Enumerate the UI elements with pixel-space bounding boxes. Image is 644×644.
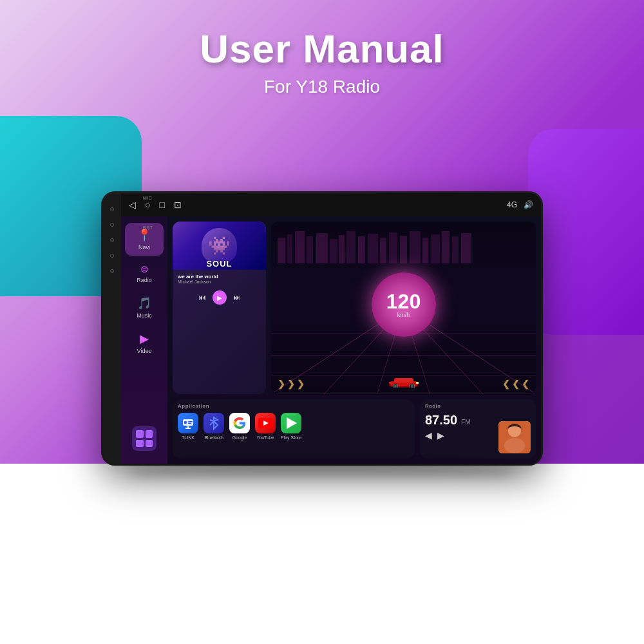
svg-rect-19	[368, 234, 378, 263]
tlink-label: TLINK	[182, 435, 194, 440]
music-artist-name: Michael Jackson	[178, 279, 261, 284]
youtube-label: YouTube	[256, 435, 274, 440]
bezel-dot-5	[110, 269, 114, 273]
chevron-right-3: ❮	[522, 379, 529, 389]
navi-icon: 📍	[137, 228, 151, 242]
screenshot-nav-icon[interactable]: ⊡	[174, 200, 182, 210]
bg-shape-purple-right	[528, 129, 644, 335]
svg-rect-12	[295, 231, 305, 263]
app-playstore[interactable]: Play Store	[281, 413, 301, 440]
svg-rect-25	[431, 234, 440, 263]
sidebar-item-video[interactable]: ▶ Video	[125, 327, 164, 359]
svg-rect-21	[389, 232, 397, 263]
radio-next-button[interactable]: ▶	[437, 430, 444, 440]
playstore-icon	[281, 413, 301, 433]
chevrons-left: ❯ ❯ ❯	[278, 379, 305, 389]
svg-point-34	[394, 385, 397, 388]
apps-widget: Application	[173, 399, 415, 459]
svg-rect-16	[339, 235, 345, 263]
chevron-right-1: ❮	[502, 379, 510, 389]
video-label: Video	[137, 348, 152, 354]
app-bluetooth[interactable]: Bluetooth	[204, 413, 224, 440]
apps-row: TLINK	[178, 413, 410, 440]
music-icon: 🎵	[137, 296, 151, 310]
sub-title: For Y18 Radio	[0, 77, 644, 97]
bezel-dot-2	[110, 223, 114, 227]
bluetooth-label: Bluetooth	[204, 435, 223, 440]
recent-nav-icon[interactable]: □	[159, 200, 164, 210]
home-nav-icon[interactable]: ○	[145, 200, 150, 210]
device-reflection	[129, 464, 515, 483]
google-icon	[229, 413, 250, 433]
google-label: Google	[232, 435, 247, 440]
city-buildings	[274, 231, 533, 263]
radio-widget: Radio 87.50 FM ◀ ▶	[420, 399, 536, 459]
app-tlink[interactable]: TLINK	[178, 413, 198, 440]
volume-icon: 🔊	[524, 200, 533, 209]
bezel-dot-1	[110, 207, 114, 211]
device-screen: ◁ ○ □ ⊡ 4G 🔊 MIC RST 📍	[121, 193, 541, 464]
radio-album-face	[498, 421, 531, 453]
youtube-icon	[255, 413, 276, 433]
svg-rect-14	[316, 233, 328, 263]
prev-button[interactable]: ⏮	[198, 293, 206, 302]
grid-dot-3	[136, 440, 144, 448]
radio-prev-button[interactable]: ◀	[425, 430, 432, 440]
sidebar-item-music[interactable]: 🎵 Music	[125, 291, 164, 324]
radio-album-art	[498, 421, 531, 453]
svg-rect-22	[400, 236, 407, 263]
navi-label: Navi	[138, 244, 150, 251]
title-section: User Manual For Y18 Radio	[0, 26, 644, 97]
svg-rect-27	[452, 236, 459, 263]
radio-icon: ⊜	[140, 263, 149, 275]
speed-background: 120 km/h ❯ ❯ ❯	[271, 222, 536, 394]
grid-dot-4	[146, 440, 153, 448]
apps-widget-title: Application	[178, 403, 410, 409]
radio-widget-title: Radio	[425, 403, 531, 409]
car-silhouette	[388, 374, 420, 390]
play-button[interactable]: ▶	[213, 290, 227, 305]
signal-label: 4G	[507, 200, 517, 209]
playstore-label: Play Store	[281, 435, 301, 440]
svg-rect-36	[416, 382, 419, 384]
svg-rect-20	[380, 238, 386, 263]
svg-point-49	[504, 438, 525, 453]
music-song-title: we are the world	[178, 274, 261, 279]
app-youtube[interactable]: YouTube	[255, 413, 276, 440]
physical-buttons-panel	[103, 193, 121, 464]
speed-widget: 120 km/h ❯ ❯ ❯	[271, 222, 536, 394]
svg-point-35	[411, 385, 413, 388]
music-controls: ⏮ ▶ ⏭	[173, 288, 266, 307]
grid-dot-1	[136, 430, 144, 438]
bezel-dot-3	[110, 238, 114, 242]
tlink-icon	[178, 413, 198, 433]
next-button[interactable]: ⏭	[233, 293, 241, 302]
screen-main: 👾 SOUL we are the world Michael Jackson	[167, 216, 541, 464]
album-art: 👾 SOUL	[173, 222, 266, 270]
album-title: SOUL	[206, 259, 232, 269]
app-google[interactable]: Google	[229, 413, 250, 440]
svg-rect-13	[307, 236, 313, 263]
svg-rect-37	[389, 382, 392, 384]
bluetooth-icon	[204, 413, 224, 433]
bezel-dot-4	[110, 254, 114, 258]
apps-grid-button[interactable]	[132, 426, 156, 457]
svg-rect-39	[184, 421, 187, 424]
main-title: User Manual	[0, 26, 644, 71]
page-background: User Manual For Y18 Radio ◁ ○ □	[0, 0, 644, 644]
sidebar-item-radio[interactable]: ⊜ Radio	[125, 258, 164, 289]
screen-sidebar: 📍 Navi ⊜ Radio 🎵 Music ▶	[121, 216, 167, 464]
svg-rect-41	[188, 423, 191, 424]
chevrons-right: ❮ ❮ ❮	[502, 379, 529, 389]
video-icon: ▶	[140, 332, 149, 346]
svg-rect-26	[442, 231, 450, 263]
mic-label: MIC	[143, 196, 152, 200]
speed-circle: 120 km/h	[372, 272, 436, 337]
grid-dot-2	[146, 430, 153, 438]
chevron-right-2: ❮	[512, 379, 520, 389]
radio-band: FM	[461, 419, 470, 426]
back-nav-icon[interactable]: ◁	[129, 200, 136, 210]
svg-rect-11	[287, 234, 292, 263]
svg-rect-10	[278, 238, 285, 263]
svg-rect-23	[410, 231, 421, 263]
